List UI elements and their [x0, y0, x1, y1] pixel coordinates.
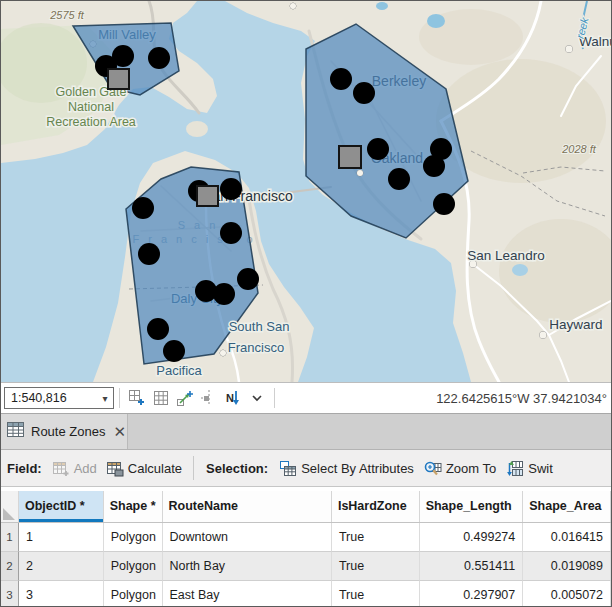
- cell-shape-length[interactable]: 0.499274: [420, 523, 524, 552]
- stop-point[interactable]: [423, 155, 445, 177]
- cell-shape[interactable]: Polygon: [104, 523, 163, 552]
- selection-group-label: Selection:: [206, 461, 268, 476]
- stop-point[interactable]: [220, 222, 242, 244]
- angel-island: [186, 121, 208, 137]
- cell-objectid[interactable]: 3: [19, 581, 104, 606]
- north-arrow-icon[interactable]: N: [222, 387, 244, 409]
- south-sf-label: Francisco: [228, 340, 284, 355]
- table-toolbar: Field: Add Calculate Selection: Select B…: [1, 450, 611, 487]
- depot-marker[interactable]: [108, 69, 129, 89]
- coordinates-readout: 122.6425615°W 37.9421034°: [280, 391, 611, 406]
- stop-point[interactable]: [147, 318, 169, 340]
- zoom-to-button[interactable]: Zoom To: [424, 460, 496, 477]
- stop-point[interactable]: [213, 283, 235, 305]
- cell-ishardzone[interactable]: True: [332, 581, 420, 606]
- stop-point[interactable]: [220, 178, 242, 200]
- column-header-objectid[interactable]: ObjectID *: [19, 491, 104, 522]
- stop-point[interactable]: [138, 243, 160, 265]
- elevation-label: 2575 ft: [49, 9, 85, 21]
- close-icon[interactable]: ✕: [113, 424, 126, 439]
- stop-point[interactable]: [330, 68, 352, 90]
- row-selector[interactable]: 3: [1, 581, 19, 606]
- column-header-shape[interactable]: Shape *: [104, 491, 163, 522]
- svg-text:N: N: [226, 392, 234, 404]
- cell-shape-area[interactable]: 0.019089: [523, 552, 611, 581]
- cell-shape-area[interactable]: 0.016415: [523, 523, 611, 552]
- tab-route-zones[interactable]: Route Zones ✕: [1, 414, 128, 449]
- reservoir: [376, 2, 388, 10]
- elevation-label: 2028 ft: [561, 143, 597, 155]
- table-row: 1 1 Polygon Downtown True 0.499274 0.016…: [1, 523, 611, 552]
- ggnra-label: Recreation Area: [46, 115, 136, 129]
- column-header-shape-length[interactable]: Shape_Length: [420, 491, 524, 522]
- column-header-ishardzone[interactable]: IsHardZone: [332, 491, 420, 522]
- row-selector[interactable]: 1: [1, 523, 19, 552]
- corner-triangle-icon: [3, 508, 15, 520]
- field-group-label: Field:: [7, 461, 42, 476]
- map-view[interactable]: Mill Valley S a n F r a n c i s c o Daly…: [1, 1, 611, 382]
- separator: [119, 388, 120, 408]
- stop-point[interactable]: [367, 138, 389, 160]
- cell-routename[interactable]: North Bay: [163, 552, 332, 581]
- calculate-field-button[interactable]: Calculate: [107, 460, 182, 477]
- cell-routename[interactable]: East Bay: [163, 581, 332, 606]
- stop-point[interactable]: [433, 193, 455, 215]
- cell-shape-area[interactable]: 0.005072: [523, 581, 611, 606]
- tab-title: Route Zones: [31, 424, 105, 439]
- row-selector[interactable]: 2: [1, 552, 19, 581]
- cell-ishardzone[interactable]: True: [332, 552, 420, 581]
- separator: [193, 456, 194, 480]
- cell-objectid[interactable]: 1: [19, 523, 104, 552]
- add-field-label: Add: [74, 461, 97, 476]
- stop-point[interactable]: [353, 82, 375, 104]
- arcgis-pro-window: Mill Valley S a n F r a n c i s c o Daly…: [0, 0, 612, 607]
- stop-point[interactable]: [112, 45, 134, 67]
- table-row: 3 3 Polygon East Bay True 0.297907 0.005…: [1, 581, 611, 606]
- ggnra-label: National: [68, 100, 114, 114]
- chevron-down-icon[interactable]: ▾: [97, 393, 113, 404]
- select-all-corner[interactable]: [1, 491, 19, 522]
- grid-icon[interactable]: [150, 387, 172, 409]
- chevron-down-icon[interactable]: [246, 387, 268, 409]
- switch-selection-button[interactable]: Swit: [506, 460, 553, 477]
- stop-point[interactable]: [388, 168, 410, 190]
- switch-selection-label: Swit: [528, 461, 553, 476]
- cell-shape-length[interactable]: 0.551411: [420, 552, 524, 581]
- san-leandro-label: San Leandro: [467, 248, 544, 263]
- cell-routename[interactable]: Downtown: [163, 523, 332, 552]
- scale-value: 1:540,816: [5, 391, 97, 405]
- depot-marker[interactable]: [339, 146, 361, 168]
- cell-objectid[interactable]: 2: [19, 552, 104, 581]
- cell-ishardzone[interactable]: True: [332, 523, 420, 552]
- column-header-routename[interactable]: RouteName: [163, 491, 332, 522]
- select-by-attributes-label: Select By Attributes: [301, 461, 414, 476]
- scale-combobox[interactable]: 1:540,816 ▾: [4, 387, 114, 409]
- stop-point[interactable]: [237, 268, 259, 290]
- add-field-button: Add: [53, 460, 97, 477]
- pane-tab-bar: Route Zones ✕: [1, 413, 611, 450]
- calculate-field-label: Calculate: [128, 461, 182, 476]
- pacifica-label: Pacifica: [156, 363, 202, 378]
- column-header-shape-area[interactable]: Shape_Area: [523, 491, 611, 522]
- table-header-row: ObjectID * Shape * RouteName IsHardZone …: [1, 491, 611, 523]
- grid-add-icon[interactable]: [126, 387, 148, 409]
- basemap: Mill Valley S a n F r a n c i s c o Daly…: [1, 1, 611, 382]
- cell-shape[interactable]: Polygon: [104, 581, 163, 606]
- reservoir: [427, 14, 445, 28]
- stop-point[interactable]: [132, 197, 154, 219]
- cell-shape[interactable]: Polygon: [104, 552, 163, 581]
- cell-shape-length[interactable]: 0.297907: [420, 581, 524, 606]
- snapping-icon[interactable]: [198, 387, 220, 409]
- stop-point[interactable]: [148, 47, 170, 69]
- table-row: 2 2 Polygon North Bay True 0.551411 0.01…: [1, 552, 611, 581]
- stop-point[interactable]: [163, 340, 185, 362]
- south-sf-label: South San: [229, 319, 290, 334]
- select-by-attributes-button[interactable]: Select By Attributes: [279, 460, 414, 477]
- attribute-table: ObjectID * Shape * RouteName IsHardZone …: [1, 487, 611, 606]
- depot-marker[interactable]: [197, 186, 218, 206]
- hayward-label: Hayward: [549, 317, 602, 332]
- select-tool-icon[interactable]: [174, 387, 196, 409]
- map-status-bar: 1:540,816 ▾ N 122.6425615°W 37.9421034°: [1, 382, 611, 413]
- zoom-to-label: Zoom To: [446, 461, 496, 476]
- separator: [274, 388, 275, 408]
